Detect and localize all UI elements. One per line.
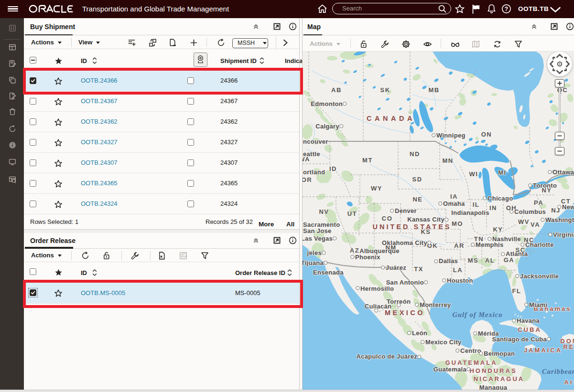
svg-text:?: ? <box>505 6 508 12</box>
